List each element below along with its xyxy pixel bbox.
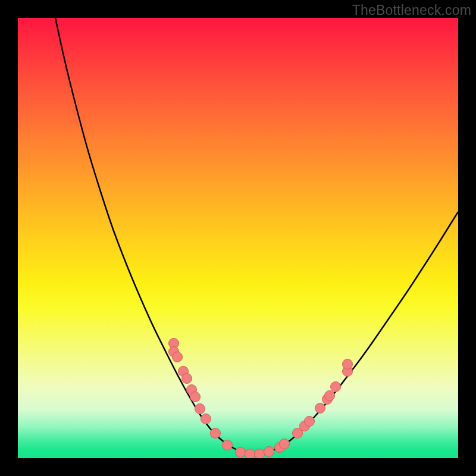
data-dot [201, 414, 211, 424]
chart-frame: TheBottleneck.com [0, 0, 476, 476]
plot-area [18, 18, 458, 458]
data-dot [331, 382, 341, 392]
data-dot [223, 440, 233, 450]
data-dot [264, 447, 274, 457]
bottleneck-curve [55, 18, 458, 454]
attribution-text: TheBottleneck.com [352, 2, 471, 18]
data-dot [245, 449, 255, 459]
data-dot [305, 416, 315, 427]
data-dot [255, 449, 265, 459]
curve-layer [18, 18, 458, 458]
data-dot [315, 403, 325, 414]
data-dot [343, 359, 353, 369]
data-dot [211, 428, 221, 439]
data-dot [173, 352, 183, 362]
data-dot [236, 447, 246, 458]
data-dot [325, 391, 335, 401]
data-dot [190, 392, 201, 402]
data-dot [195, 404, 205, 414]
data-dot [280, 439, 290, 449]
data-dots [169, 339, 353, 459]
data-dot [182, 374, 192, 384]
